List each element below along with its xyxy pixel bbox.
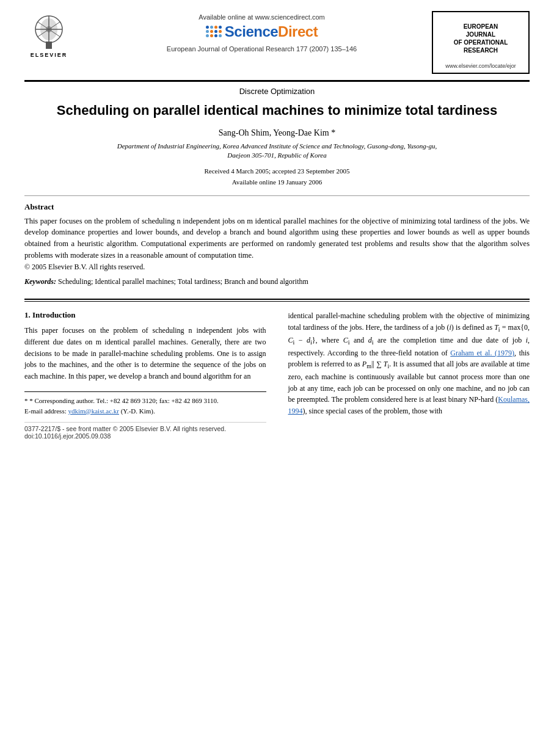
header-center: Available online at www.sciencedirect.co… xyxy=(92,11,432,53)
footer-area: 0377-2217/$ - see front matter © 2005 El… xyxy=(24,422,266,440)
section-tag: Discrete Optimization xyxy=(0,82,554,98)
footnote-area: * * Corresponding author. Tel.: +82 42 8… xyxy=(24,391,266,416)
footer-issn: 0377-2217/$ - see front matter © 2005 El… xyxy=(24,425,266,432)
page: ELSEVIER Available online at www.science… xyxy=(0,0,554,756)
footnote-email-label: E-mail address: xyxy=(24,407,67,415)
authors-text: Sang-Oh Shim, Yeong-Dae Kim * xyxy=(219,128,335,137)
double-divider-thin xyxy=(24,301,530,302)
ti-notation: T xyxy=(494,323,498,332)
footnote-email-cont: (Y.-D. Kim). xyxy=(121,407,155,415)
ci2-notation: C xyxy=(343,336,348,344)
available-online-text: Available online at www.sciencedirect.co… xyxy=(199,13,324,21)
ejor-title-line4: RESEARCH xyxy=(454,46,508,54)
job-i-2: i xyxy=(526,336,528,344)
ejor-title-line2: JOURNAL xyxy=(454,31,508,38)
intro-text-left: This paper focuses on the problem of sch… xyxy=(24,325,266,382)
ci-notation: C xyxy=(288,336,293,344)
sd-dots-icon xyxy=(206,26,222,38)
ejor-title-line1: EUROPEAN xyxy=(454,23,508,31)
sd-dot-3 xyxy=(214,26,217,29)
authors: Sang-Oh Shim, Yeong-Dae Kim * xyxy=(0,123,554,139)
keywords: Keywords: Scheduling; Identical parallel… xyxy=(24,277,530,286)
section-divider-1 xyxy=(24,195,530,196)
footnote-star-text: * * Corresponding author. Tel.: +82 42 8… xyxy=(24,396,266,406)
svg-point-7 xyxy=(46,26,52,32)
ejor-title-line3: OF OPERATIONAL xyxy=(454,38,508,46)
job-i: i xyxy=(449,323,451,332)
ti-sub: i xyxy=(498,326,500,333)
footnote-email: E-mail address: ydkim@kaist.ac.kr (Y.-D.… xyxy=(24,406,266,416)
elsevier-wordmark: ELSEVIER xyxy=(31,52,68,58)
footnote-email-link[interactable]: ydkim@kaist.ac.kr xyxy=(68,407,118,415)
journal-name: European Journal of Operational Research… xyxy=(167,45,357,53)
sd-dot-7 xyxy=(214,30,217,33)
left-column: 1. Introduction This paper focuses on th… xyxy=(24,310,277,440)
keywords-text: Scheduling; Identical parallel machines;… xyxy=(58,277,308,286)
intro-p1-text: This paper focuses on the problem of sch… xyxy=(24,326,266,380)
koulamas-ref: Koulamas, 1994 xyxy=(288,395,530,415)
intro-paragraph-right: identical parallel-machine scheduling pr… xyxy=(288,310,530,416)
di-sub: i xyxy=(310,339,312,346)
footer-doi-text: doi:10.1016/j.ejor.2005.09.038 xyxy=(24,432,111,440)
sd-dot-5 xyxy=(206,30,209,33)
abstract-body: This paper focuses on the problem of sch… xyxy=(24,217,530,260)
footnote-contact: * Corresponding author. Tel.: +82 42 869… xyxy=(29,397,219,404)
sciencedirect-logo: ScienceDirect xyxy=(206,23,318,40)
received-date: Received 4 March 2005; accepted 23 Septe… xyxy=(205,167,350,175)
intro-text-right: identical parallel-machine scheduling pr… xyxy=(288,310,530,416)
dates: Received 4 March 2005; accepted 23 Septe… xyxy=(0,162,554,189)
affiliation: Department of Industrial Engineering, Ko… xyxy=(0,139,554,163)
direct-part: Direct xyxy=(278,23,318,40)
sd-dot-6 xyxy=(210,30,213,33)
two-column-body: 1. Introduction This paper focuses on th… xyxy=(0,310,554,440)
ci-sub: i xyxy=(293,339,295,346)
graham-ref: Graham et al. (1979) xyxy=(450,349,514,357)
ejor-title-box: EUROPEAN JOURNAL OF OPERATIONAL RESEARCH xyxy=(454,23,508,54)
ti2-sub: i xyxy=(387,363,389,370)
sciencedirect-wordmark: ScienceDirect xyxy=(225,23,318,40)
sd-dot-8 xyxy=(219,30,222,33)
intro-paragraph-1: This paper focuses on the problem of sch… xyxy=(24,325,266,382)
section-title: Introduction xyxy=(32,310,76,319)
elsevier-logo-area: ELSEVIER xyxy=(24,11,92,58)
bold-divider xyxy=(24,299,530,300)
abstract-section: Abstract This paper focuses on the probl… xyxy=(0,202,554,293)
right-column: identical parallel-machine scheduling pr… xyxy=(277,310,530,440)
sd-dot-1 xyxy=(206,26,209,29)
sd-dot-12 xyxy=(219,34,222,37)
ejor-box: EUROPEAN JOURNAL OF OPERATIONAL RESEARCH… xyxy=(432,11,530,74)
elsevier-tree-icon xyxy=(24,11,73,51)
footer-doi: doi:10.1016/j.ejor.2005.09.038 xyxy=(24,432,266,440)
section-heading: 1. Introduction xyxy=(24,310,266,320)
abstract-text: This paper focuses on the problem of sch… xyxy=(24,216,530,273)
elsevier-logo: ELSEVIER xyxy=(24,11,73,58)
sd-dot-10 xyxy=(210,34,213,37)
abstract-title: Abstract xyxy=(24,202,530,212)
copyright: © 2005 Elsevier B.V. All rights reserved… xyxy=(24,263,145,271)
sd-dot-2 xyxy=(210,26,213,29)
ejor-website: www.elsevier.com/locate/ejor xyxy=(445,63,516,69)
section-number: 1. xyxy=(24,310,31,319)
keywords-label: Keywords: xyxy=(24,277,56,286)
pm-sub: m xyxy=(366,363,371,370)
header: ELSEVIER Available online at www.science… xyxy=(0,0,554,74)
affiliation-line2: Daejeon 305-701, Republic of Korea xyxy=(227,151,326,159)
ci2-sub: i xyxy=(348,339,350,346)
paper-title: Scheduling on parallel identical machine… xyxy=(0,98,554,123)
available-online-date: Available online 19 January 2006 xyxy=(232,178,323,186)
di2-sub: i xyxy=(372,339,374,346)
sd-dot-11 xyxy=(214,34,217,37)
affiliation-line1: Department of Industrial Engineering, Ko… xyxy=(117,142,437,150)
sd-dot-4 xyxy=(219,26,222,29)
footnote-star-symbol: * xyxy=(24,397,28,404)
sd-dot-9 xyxy=(206,34,209,37)
